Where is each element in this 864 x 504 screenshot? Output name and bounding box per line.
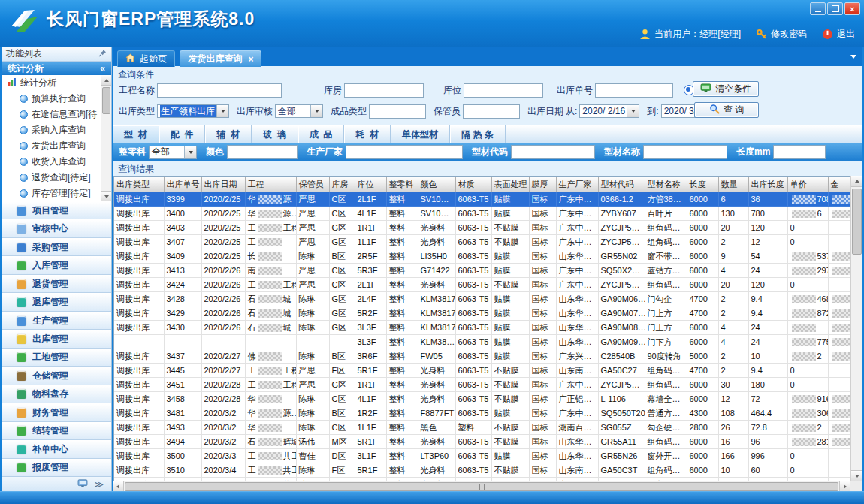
sidebar-tree-item[interactable]: 发货出库查询 — [2, 138, 111, 154]
change-password-link[interactable]: 修改密码 — [771, 28, 807, 41]
sidebar-menu-item[interactable]: 出库管理 — [2, 330, 111, 348]
warehouse-input[interactable] — [344, 83, 424, 98]
column-header[interactable]: 单价 — [787, 177, 828, 192]
column-header[interactable]: 膜厚 — [529, 177, 556, 192]
monitor-icon[interactable] — [77, 479, 88, 490]
column-header[interactable]: 长度 — [687, 177, 718, 192]
column-header[interactable]: 数量 — [718, 177, 748, 192]
project-name-input[interactable] — [157, 83, 282, 98]
sidebar-menu-item[interactable]: 退货管理 — [2, 275, 111, 293]
pin-icon[interactable] — [98, 49, 107, 59]
table-row[interactable]: 调拨出库35102020/3/4工共工程陈琳F区5R1F整料光身料6063-T5… — [114, 463, 850, 478]
tree-root-stats[interactable]: 统计分析 — [2, 75, 111, 91]
table-row[interactable]: 调拨出库34932020/3/2华陈琳C区1L1F整料黑色塑料不贴膜国标湖南百…… — [114, 421, 850, 435]
material-tab[interactable]: 辅 材 — [205, 125, 252, 143]
sidebar-tree-item[interactable]: 预算执行查询 — [2, 91, 111, 107]
tab-close-icon[interactable]: × — [248, 54, 253, 65]
column-header[interactable]: 材质 — [455, 177, 491, 192]
sidebar-menu-item[interactable]: 审核中心 — [2, 219, 111, 237]
table-row[interactable]: 调拨出库34292020/2/26石城陈琳G区5R2F整料KLM38176063… — [114, 306, 850, 321]
column-header[interactable]: 保管员 — [296, 177, 329, 192]
table-row[interactable]: 3L3F整料KLM38…6063-T5贴膜国标山东华…GA90M09…门下方60… — [114, 335, 850, 349]
scroll-left-icon[interactable] — [113, 481, 124, 492]
scroll-right-icon[interactable] — [839, 481, 850, 492]
tree-scroll-thumb[interactable] — [102, 87, 110, 114]
sidebar-menu-item[interactable]: 物料盘存 — [2, 385, 111, 403]
tab-shipment-query[interactable]: 发货出库查询 × — [180, 50, 261, 67]
table-row[interactable]: 调拨出库34072020/2/25工严思G区1L1F整料光身料6063-T5不贴… — [114, 235, 850, 249]
date-from-picker[interactable]: 2020/ 2/16 — [579, 104, 639, 118]
column-header[interactable]: 颜色 — [418, 177, 455, 192]
tab-list-dropdown-icon[interactable] — [850, 55, 856, 59]
order-no-input[interactable] — [595, 83, 673, 98]
scroll-down-icon[interactable] — [851, 470, 862, 481]
location-input[interactable] — [464, 83, 543, 98]
table-row[interactable]: 调拨出库34812020/3/2华源…陈琳B区1R2F整料F8877FT6063… — [114, 406, 850, 421]
table-row[interactable]: 调拨出库34372020/2/27佛陈琳B区3R6F整料FW056063-T5贴… — [114, 349, 850, 364]
table-row[interactable]: 调拨出库34002020/2/25华源…严思C区4L1F整料SV10…6063-… — [114, 207, 850, 221]
table-row[interactable]: 调拨出库34242020/2/26工工程严思C区2L1F整料光身料6063-T5… — [114, 278, 850, 292]
column-header[interactable]: 库位 — [355, 177, 386, 192]
sidebar-menu-item[interactable]: 财务管理 — [2, 403, 111, 421]
minimize-button[interactable] — [810, 2, 826, 15]
tree-scrollbar[interactable] — [101, 75, 111, 201]
sidebar-menu-item[interactable]: 采购管理 — [2, 238, 111, 256]
tree-scroll-down-icon[interactable] — [101, 191, 111, 201]
sidebar-tree-item[interactable]: 收货入库查询 — [2, 154, 111, 170]
column-header[interactable]: 金 — [828, 177, 850, 192]
collapse-icon[interactable]: « — [100, 63, 105, 74]
table-row[interactable]: 调拨出库34032020/2/25工工程严思G区1R1F整料光身料6063-T5… — [114, 221, 850, 235]
close-button[interactable]: × — [844, 2, 860, 15]
sidebar-menu-item[interactable]: 报废管理 — [2, 459, 111, 477]
manufacturer-input[interactable] — [346, 145, 463, 159]
table-row[interactable]: 调拨出库34092020/2/25长陈琳B区2R5F整料LI35H06063-T… — [114, 249, 850, 264]
column-header[interactable]: 型材名称 — [645, 177, 687, 192]
material-tab[interactable]: 玻 璃 — [252, 125, 298, 143]
table-row[interactable]: 调拨出库33992020/2/25华源严思C区2L1F整料SV10…6063-T… — [114, 192, 850, 207]
out-type-select[interactable]: 生产领料出库 — [157, 104, 229, 118]
chevrons-icon[interactable]: ≫ — [94, 479, 104, 490]
table-row[interactable]: 调拨出库34582020/2/28华陈琳C区4L1F整料光身料6063-T5不贴… — [114, 392, 850, 406]
column-header[interactable]: 工程 — [245, 177, 296, 192]
table-row[interactable]: 调拨出库34282020/2/26石城陈琳G区2L4F整料KLM38176063… — [114, 292, 850, 306]
table-row[interactable]: 调拨出库34452020/2/27工工程严思F区5R1F整料光身料6063-T5… — [114, 364, 850, 378]
column-header[interactable]: 出库单号 — [164, 177, 201, 192]
column-header[interactable]: 出库长度 — [748, 177, 787, 192]
column-header[interactable]: 出库类型 — [114, 177, 164, 192]
whole-piece-select[interactable]: 全部 — [149, 146, 197, 159]
audit-dropdown-icon[interactable] — [310, 105, 322, 117]
stats-section-header[interactable]: 统计分析 « — [2, 62, 111, 75]
column-header[interactable]: 整零料 — [386, 177, 418, 192]
material-tab[interactable]: 成 品 — [298, 125, 345, 143]
material-tab[interactable]: 单体型材 — [391, 125, 450, 143]
color-input[interactable] — [227, 145, 298, 159]
profile-name-input[interactable] — [643, 145, 727, 159]
column-header[interactable]: 表面处理 — [491, 177, 529, 192]
sidebar-menu-item[interactable]: 仓储管理 — [2, 367, 111, 385]
material-tab[interactable]: 配 件 — [159, 125, 206, 143]
sidebar-tree-item[interactable]: 采购入库查询 — [2, 122, 111, 138]
sidebar-menu-item[interactable]: 结转管理 — [2, 422, 111, 440]
sidebar-menu-item[interactable]: 退库管理 — [2, 293, 111, 311]
search-button[interactable]: 查 询 — [694, 102, 759, 118]
sidebar-menu-item[interactable]: 补单中心 — [2, 440, 111, 458]
sidebar-menu-item[interactable]: 生产管理 — [2, 312, 111, 330]
date-from-dropdown-icon[interactable] — [627, 105, 639, 117]
tab-home[interactable]: 起始页 — [117, 50, 175, 67]
table-row[interactable]: 调拨出库34132020/2/26南严思C区5R3F整料G714226063-T… — [114, 264, 850, 278]
column-header[interactable]: 库房 — [329, 177, 355, 192]
table-row[interactable]: 调拨出库34302020/2/26石城陈琳G区3L3F整料KLM38176063… — [114, 321, 850, 335]
material-tab[interactable]: 耗 材 — [344, 125, 391, 143]
sidebar-tree-item[interactable]: 库存管理[待定] — [2, 186, 111, 201]
table-row[interactable]: 调拨出库35002020/3/3工共工程曹佳D区3L1F整料LT3P606063… — [114, 449, 850, 463]
sidebar-menu-item[interactable]: 工地管理 — [2, 349, 111, 367]
horizontal-scrollbar[interactable] — [113, 481, 850, 492]
sidebar-menu-item[interactable]: 项目管理 — [2, 201, 111, 219]
tree-scroll-up-icon[interactable] — [101, 75, 111, 86]
table-row[interactable]: 调拨出库34512020/2/28工工程严思G区1R1F整料光身料6063-T5… — [114, 378, 850, 392]
vertical-scrollbar[interactable] — [850, 176, 862, 481]
material-tab[interactable]: 隔 热 条 — [450, 125, 506, 143]
scroll-up-icon[interactable] — [851, 176, 862, 187]
profile-code-input[interactable] — [511, 145, 595, 159]
material-tab[interactable]: 型 材 — [113, 125, 159, 143]
